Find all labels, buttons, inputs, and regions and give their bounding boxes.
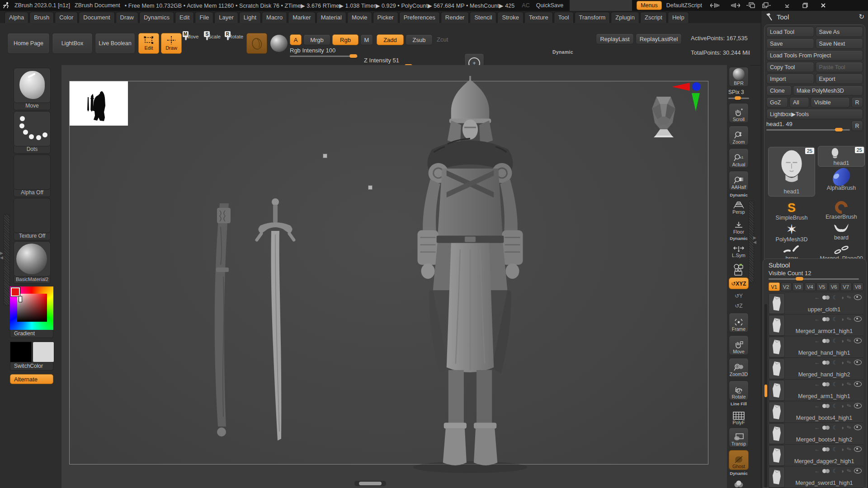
left-tray-arrows[interactable]: ▶◀ [0, 251, 3, 259]
uv-icon[interactable]: ☾ [832, 294, 838, 301]
current-brush-thumbnail[interactable] [246, 33, 267, 54]
menu-item[interactable]: Dynamics [139, 12, 174, 23]
brush-icon[interactable]: ✎ [846, 446, 852, 453]
subtool-version-tab[interactable]: V4 [805, 282, 816, 291]
subtool-row[interactable]: ← ☾ ◑ ✎ Merged_boots4_high2 [769, 423, 863, 445]
tool-thumb-simplebrush[interactable]: S SimpleBrush [768, 201, 815, 221]
subtool-list-icon[interactable]: ← [814, 468, 820, 474]
solo-button[interactable]: Solo [729, 475, 749, 488]
subtool-list-icon[interactable]: ← [814, 338, 820, 344]
dynamic-draw-size-toggle[interactable]: Dynamic [552, 49, 573, 55]
tool-item-slider-knob[interactable] [835, 128, 843, 131]
export-button[interactable]: Export [816, 74, 863, 84]
menu-item[interactable]: Texture [524, 12, 553, 23]
uv-icon[interactable]: ☾ [832, 381, 838, 388]
tool-slider-r-button[interactable]: R [851, 121, 863, 131]
left-tray-divider[interactable] [4, 214, 10, 305]
menu-item[interactable]: Picker [373, 12, 398, 23]
subtool-row[interactable]: ← ☾ ◑ ✎ Merged_boots4_high1 [769, 401, 863, 423]
rotate-canvas-button[interactable]: Rotate [729, 380, 749, 400]
visibility-eye-icon[interactable] [854, 446, 862, 452]
brush-icon[interactable]: ✎ [846, 315, 852, 323]
contrast-icon[interactable]: ◑ [840, 359, 844, 366]
subtool-row[interactable]: ← ☾ ◑ ✎ Merged_dagger2_high1 [769, 445, 863, 466]
menu-item[interactable]: Stroke [497, 12, 524, 23]
contrast-icon[interactable]: ◑ [840, 338, 844, 344]
menu-item[interactable]: Color [55, 12, 78, 23]
import-button[interactable]: Import [766, 74, 814, 84]
subtool-version-tab[interactable]: V3 [793, 282, 804, 291]
polypaint-icon[interactable] [822, 339, 830, 343]
polypaint-icon[interactable] [822, 317, 830, 321]
canvas-area[interactable] [61, 65, 727, 488]
load-tools-from-project-button[interactable]: Load Tools From Project [766, 50, 863, 61]
polyf-button[interactable]: PolyF [729, 407, 749, 426]
uv-icon[interactable]: ☾ [832, 359, 838, 366]
paste-tool-button[interactable]: Paste Tool [816, 62, 863, 72]
texture-selector[interactable]: Texture Off [14, 198, 51, 240]
uv-icon[interactable]: ☾ [832, 446, 838, 453]
uv-icon[interactable]: ☾ [832, 424, 838, 431]
z-axis-indicator[interactable] [692, 82, 701, 91]
polypaint-icon[interactable] [822, 404, 830, 408]
visibility-eye-icon[interactable] [854, 360, 862, 365]
alpha-selector[interactable]: Alpha Off [14, 155, 51, 197]
menu-item[interactable]: Help [668, 12, 689, 23]
zscript-label[interactable]: DefaultZScript [666, 2, 702, 9]
scale-button[interactable]: S Scale [203, 34, 223, 39]
polypaint-icon[interactable] [822, 382, 830, 386]
switch-color-button[interactable]: SwitchColor [10, 362, 53, 371]
canvas-handle-2[interactable] [368, 185, 373, 190]
move-button[interactable]: M Move [182, 34, 202, 39]
tool-thumb-polymesh3d[interactable]: ✶ PolyMesh3D [768, 223, 815, 243]
brush-icon[interactable]: ✎ [846, 467, 852, 475]
visible-count-slider[interactable]: Visible Count 12 [769, 270, 859, 280]
rotate-y-button[interactable]: ↺Y [729, 291, 749, 300]
restore-icon[interactable] [802, 3, 808, 8]
ghost-button[interactable]: Ghost [729, 450, 749, 470]
tool-thumb-eraserbrush[interactable]: EraserBrush [818, 201, 865, 220]
canvas-handle-1[interactable] [323, 154, 327, 158]
polypaint-icon[interactable] [822, 426, 830, 430]
live-boolean-button[interactable]: Live Boolean [95, 33, 135, 54]
active-tool-thumbnail[interactable]: 25 head1 [768, 147, 815, 197]
left-tray-icon[interactable] [710, 3, 722, 8]
subtool-list-icon[interactable]: ← [814, 381, 820, 387]
material-selector[interactable]: BasicMaterial2 [14, 241, 51, 284]
subtool-list-icon[interactable]: ← [814, 446, 820, 452]
right-tray-arrows[interactable]: ▶◀ [753, 236, 756, 244]
zadd-button[interactable]: Zadd [377, 34, 404, 45]
menu-item[interactable]: Draw [116, 12, 138, 23]
subtool-scrollbar-thumb[interactable] [764, 385, 767, 397]
brush-icon[interactable]: ✎ [846, 424, 852, 432]
subtool-list-icon[interactable]: ← [814, 359, 820, 366]
zoom-button[interactable]: Zoom [729, 126, 749, 145]
spix-knob[interactable] [735, 96, 741, 100]
menu-item[interactable]: Zscript [640, 12, 667, 23]
camera-head-widget[interactable] [647, 90, 680, 137]
visibility-eye-icon[interactable] [854, 381, 862, 387]
subtool-row[interactable]: ← ☾ ◑ ✎ Merged_hand_high1 [769, 336, 863, 358]
quicksave-button[interactable]: QuickSave [536, 2, 563, 9]
next-document-icon[interactable] [762, 2, 771, 9]
menu-item[interactable]: Brush [29, 12, 54, 23]
menu-item[interactable]: Transform [575, 12, 610, 23]
edit-button[interactable]: Edit [138, 33, 159, 54]
goz-visible-button[interactable]: Visible [811, 97, 850, 108]
prev-document-icon[interactable] [746, 2, 755, 9]
subtool-row[interactable]: ← ☾ ◑ ✎ Merged_sword1_high1 [769, 466, 863, 488]
brush-icon[interactable]: ✎ [846, 337, 852, 345]
right-tray-icon[interactable] [728, 3, 740, 8]
menu-item[interactable]: Document [79, 12, 114, 23]
minimize-icon[interactable] [784, 3, 790, 8]
tool-thumb-beard[interactable]: beard [818, 223, 865, 241]
sculpture-sword[interactable] [254, 197, 304, 447]
menu-item[interactable]: Marker [288, 12, 315, 23]
uv-icon[interactable]: ☾ [832, 468, 838, 474]
rgb-button[interactable]: Rgb [332, 34, 359, 45]
subtool-version-tab[interactable]: V2 [781, 282, 792, 291]
material-thumbnail[interactable] [14, 241, 51, 277]
menu-item[interactable]: Macro [262, 12, 287, 23]
rotate-z-button[interactable]: ↺Z [729, 301, 749, 310]
sculpture-scabbard[interactable] [205, 200, 246, 444]
